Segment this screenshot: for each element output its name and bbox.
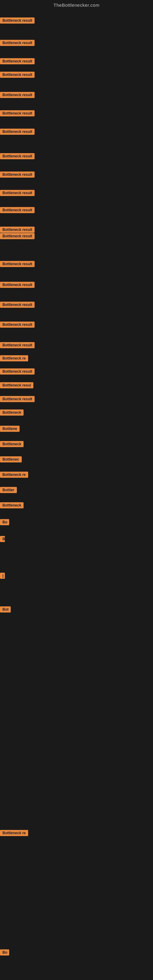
bottleneck-item: Bottleneck re [0, 355, 28, 363]
bottleneck-item: Bottlenec [0, 456, 22, 464]
bottleneck-badge: Bottleneck result [0, 321, 35, 328]
site-header: TheBottlenecker.com [0, 0, 153, 9]
bottleneck-badge: Bottleneck result [0, 302, 35, 308]
bottleneck-item: Bo [0, 519, 9, 527]
bottleneck-badge: Bottleneck result [0, 129, 35, 135]
bottleneck-badge: Bottleneck result [0, 282, 35, 288]
bottleneck-badge: Bottleneck result [0, 190, 35, 196]
bottleneck-badge: Bottleneck result [0, 227, 35, 233]
bottleneck-badge: B [0, 536, 5, 542]
bottleneck-badge: Bottleneck result [0, 58, 35, 64]
bottleneck-item: Bottleneck result [0, 368, 35, 376]
bottleneck-item: Bottleneck [0, 409, 24, 417]
bottleneck-item: Bottleneck result [0, 207, 35, 215]
bottleneck-badge: Bottleneck re [0, 830, 28, 836]
bottleneck-badge: Bottleneck result [0, 92, 35, 98]
bottleneck-badge: Bottleneck result [0, 110, 35, 116]
bottleneck-badge: Bottler [0, 487, 17, 493]
bottleneck-badge: Bottleneck resul [0, 382, 33, 388]
bottleneck-item: Bottleneck result [0, 18, 35, 25]
bottleneck-badge: Bottleneck result [0, 40, 35, 46]
bottleneck-badge: Bo [0, 950, 9, 956]
bottleneck-badge: Bottleneck re [0, 472, 28, 478]
bottleneck-badge: Bottleneck result [0, 153, 35, 159]
bottleneck-badge: Bottleneck result [0, 233, 35, 239]
bottleneck-badge: Bot [0, 606, 11, 612]
bottleneck-item: Bottleneck result [0, 396, 35, 403]
bottleneck-item: Bottler [0, 487, 17, 494]
bottleneck-item: Bottleneck result [0, 282, 35, 289]
bottleneck-item: Bottleneck result [0, 261, 35, 268]
bottleneck-item: Bottleneck result [0, 233, 35, 240]
bottleneck-badge: Bottleneck [0, 409, 24, 415]
bottleneck-badge: Bottlene [0, 426, 19, 432]
bottleneck-badge: Bottleneck result [0, 18, 35, 24]
bottleneck-item: Bottleneck result [0, 110, 35, 118]
bottleneck-badge: Bottleneck re [0, 355, 28, 361]
bottleneck-item: Bottleneck result [0, 342, 35, 350]
bottleneck-item: Bottleneck [0, 502, 24, 510]
bottleneck-item: Bottleneck result [0, 302, 35, 309]
bottleneck-badge: | [0, 573, 5, 579]
bottleneck-item: Bottleneck re [0, 472, 28, 479]
bottleneck-item: Bo [0, 950, 9, 957]
bottleneck-item: Bottleneck resul [0, 382, 33, 390]
bottleneck-badge: Bottleneck result [0, 342, 35, 348]
bottleneck-item: Bottleneck result [0, 190, 35, 197]
bottleneck-item: Bottleneck result [0, 172, 35, 179]
bottleneck-item: Bottleneck result [0, 153, 35, 161]
bottleneck-badge: Bottleneck result [0, 207, 35, 213]
bottleneck-badge: Bottleneck result [0, 72, 35, 78]
bottleneck-item: | [0, 573, 5, 580]
bottleneck-item: Bottlene [0, 426, 19, 433]
bottleneck-badge: Bo [0, 519, 9, 525]
bottleneck-badge: Bottlenec [0, 456, 22, 463]
bottleneck-item: Bottleneck result [0, 58, 35, 65]
bottleneck-item: Bottleneck result [0, 321, 35, 329]
bottleneck-badge: Bottleneck result [0, 261, 35, 267]
bottleneck-badge: Bottleneck [0, 441, 24, 447]
bottleneck-item: B [0, 536, 5, 543]
bottleneck-badge: Bottleneck result [0, 172, 35, 178]
bottleneck-item: Bottleneck result [0, 92, 35, 99]
bottleneck-item: Bottleneck [0, 441, 24, 449]
bottleneck-item: Bottleneck re [0, 830, 28, 837]
bottleneck-item: Bottleneck result [0, 72, 35, 79]
bottleneck-badge: Bottleneck [0, 502, 24, 508]
bottleneck-item: Bot [0, 606, 11, 614]
bottleneck-item: Bottleneck result [0, 129, 35, 136]
bottleneck-badge: Bottleneck result [0, 396, 35, 402]
bottleneck-badge: Bottleneck result [0, 368, 35, 375]
bottleneck-item: Bottleneck result [0, 40, 35, 47]
